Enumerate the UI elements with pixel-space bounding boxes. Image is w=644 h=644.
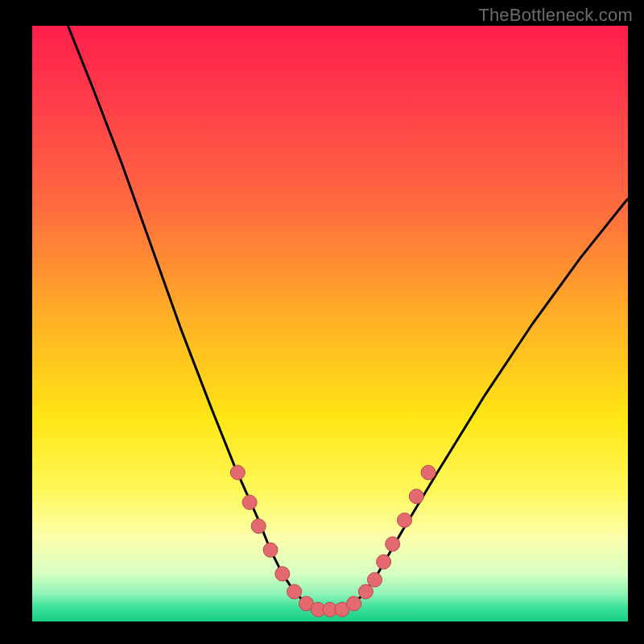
data-marker (263, 543, 278, 557)
data-marker (421, 465, 436, 480)
data-marker (347, 597, 361, 611)
bottleneck-curve (68, 26, 628, 609)
data-marker (398, 513, 412, 527)
data-marker (242, 495, 257, 510)
data-marker (368, 572, 382, 587)
data-marker (251, 519, 266, 534)
plot-area (32, 26, 628, 621)
data-marker (287, 584, 302, 599)
data-marker (409, 489, 423, 504)
data-marker (230, 465, 245, 480)
data-marker (275, 567, 290, 581)
data-marker (386, 537, 400, 551)
data-marker (377, 555, 391, 569)
curve-layer (32, 26, 628, 621)
watermark-text: TheBottleneck.com (478, 5, 633, 26)
marker-group (230, 465, 436, 617)
chart-frame: TheBottleneck.com (0, 0, 644, 644)
data-marker (358, 584, 373, 599)
